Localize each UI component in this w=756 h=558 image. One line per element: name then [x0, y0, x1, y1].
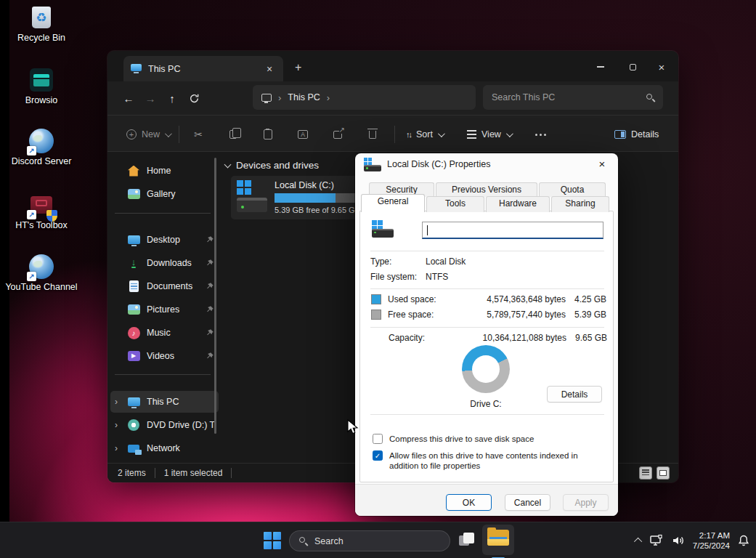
chevron-down-icon [165, 130, 172, 137]
pin-icon [206, 282, 214, 291]
general-tab-page: Type: Local Disk File system: NTFS Used … [359, 211, 614, 482]
checkbox-icon[interactable]: ✓ [373, 450, 383, 461]
notifications-bell-icon[interactable] [737, 534, 750, 547]
maximize-button[interactable] [622, 58, 643, 76]
tab-quota[interactable]: Quota [539, 182, 606, 197]
refresh-icon[interactable] [183, 93, 205, 104]
up-icon[interactable]: ↑ [161, 92, 183, 105]
details-pane-button[interactable]: Details [609, 124, 664, 145]
rename-button[interactable]: A [291, 124, 314, 145]
pin-icon [206, 352, 214, 360]
ellipsis-icon [535, 134, 546, 136]
delete-button[interactable] [361, 124, 384, 145]
sidebar-item-videos[interactable]: ▶ Videos [110, 345, 219, 367]
network-icon [127, 442, 140, 455]
start-button[interactable] [263, 531, 282, 550]
tab-close-icon[interactable]: × [263, 63, 276, 75]
index-contents-checkbox[interactable]: ✓ Allow files on this drive to have cont… [373, 450, 609, 471]
breadcrumb[interactable]: › This PC › [253, 85, 476, 110]
this-pc-icon [131, 64, 142, 73]
browser-app-icon [28, 67, 54, 93]
more-options-button[interactable] [529, 124, 552, 145]
tab-this-pc[interactable]: This PC × [123, 56, 283, 81]
details-button[interactable]: Details [547, 386, 602, 403]
sidebar-item-home[interactable]: Home [110, 160, 219, 182]
search-icon [646, 94, 654, 102]
minimize-button[interactable] [590, 58, 611, 76]
taskbar-clock[interactable]: 2:17 AM 7/25/2024 [693, 530, 730, 551]
expand-chevron-icon[interactable]: › [115, 397, 121, 407]
tray-overflow-chevron-icon[interactable] [634, 538, 642, 546]
expand-chevron-icon[interactable]: › [115, 443, 121, 453]
taskbar-search[interactable]: Search [289, 530, 450, 551]
desktop-icon-hts-toolbox[interactable]: ↗ HT's Toolbox [3, 192, 80, 230]
compress-checkbox[interactable]: Compress this drive to save disk space [373, 434, 534, 444]
desktop-icon-browsio[interactable]: Browsio [3, 67, 80, 105]
group-header-devices-and-drives[interactable]: Devices and drives [225, 160, 319, 171]
sidebar-item-desktop[interactable]: Desktop [110, 229, 219, 251]
new-button[interactable]: + New [121, 124, 176, 145]
share-icon: ↗ [333, 131, 342, 139]
collapse-chevron-icon[interactable] [224, 161, 232, 168]
forward-icon[interactable]: → [139, 92, 161, 105]
downloads-icon: ↓ [127, 256, 140, 270]
copy-button[interactable] [221, 124, 245, 145]
sidebar-item-dvd-drive[interactable]: › DVD Drive (D:) T [110, 414, 219, 436]
ok-button[interactable]: OK [446, 494, 492, 511]
close-button[interactable]: × [651, 58, 672, 76]
desktop-icon-discord-server[interactable]: ↗ Discord Server [3, 128, 80, 166]
taskbar-file-explorer-button[interactable] [482, 525, 514, 555]
sidebar-item-gallery[interactable]: Gallery [110, 183, 219, 205]
computer-icon [261, 94, 272, 102]
cut-button[interactable]: ✂ [187, 124, 210, 145]
apply-button[interactable]: Apply [563, 494, 609, 511]
sort-arrows-icon: ↑↓ [406, 130, 411, 139]
expand-chevron-icon[interactable]: › [115, 420, 121, 430]
task-view-button[interactable] [458, 532, 476, 549]
scissors-icon: ✂ [194, 129, 203, 140]
back-icon[interactable]: ← [118, 92, 139, 105]
sort-button[interactable]: ↑↓ Sort [400, 124, 449, 145]
dialog-close-icon[interactable]: × [593, 156, 611, 172]
tab-previous-versions[interactable]: Previous Versions [436, 182, 537, 197]
sidebar-item-music[interactable]: ♪ Music [110, 322, 219, 344]
desktop-icon-recycle-bin[interactable]: ♻ Recycle Bin [3, 4, 80, 43]
sidebar-item-downloads[interactable]: ↓ Downloads [110, 252, 219, 274]
new-tab-button[interactable]: + [295, 61, 301, 74]
tab-row-front: General Tools Hardware Sharing [355, 196, 618, 212]
chevron-down-icon [506, 130, 513, 137]
search-input[interactable]: Search This PC [483, 85, 663, 110]
view-button[interactable]: View [461, 124, 517, 145]
chevron-down-icon [438, 130, 445, 137]
tab-general[interactable]: General [361, 194, 425, 212]
desktop-icon-youtube-channel[interactable]: ↗ YouTube Channel [3, 254, 80, 292]
capacity-row: Capacity: 10,364,121,088 bytes 9.65 GB [389, 333, 607, 343]
sidebar-item-this-pc[interactable]: › This PC [110, 391, 219, 413]
sidebar-item-pictures[interactable]: Pictures [110, 299, 219, 320]
clock-time: 2:17 AM [693, 530, 730, 541]
this-pc-icon [127, 395, 140, 408]
drive-c-label: Drive C: [450, 399, 522, 409]
type-row: Type: Local Disk [370, 256, 466, 267]
network-icon[interactable] [649, 534, 664, 547]
share-button[interactable]: ↗ [326, 124, 349, 145]
volume-icon[interactable] [671, 534, 686, 547]
videos-icon: ▶ [127, 349, 140, 363]
cancel-button[interactable]: Cancel [505, 494, 550, 511]
tab-tools[interactable]: Tools [426, 196, 484, 212]
sidebar-scrollbar[interactable] [214, 158, 216, 434]
sidebar-item-documents[interactable]: Documents [110, 275, 219, 297]
sidebar-item-network[interactable]: › Network [110, 437, 219, 459]
details-view-toggle[interactable] [639, 466, 652, 480]
volume-label-input[interactable] [422, 222, 603, 239]
view-list-icon [467, 130, 476, 139]
breadcrumb-this-pc[interactable]: This PC [288, 92, 320, 102]
paste-icon [264, 129, 272, 140]
desktop: ♻ Recycle Bin Browsio ↗ Discord Server ↗… [0, 0, 756, 558]
tab-hardware[interactable]: Hardware [486, 196, 550, 212]
paste-button[interactable] [256, 124, 280, 145]
tab-sharing[interactable]: Sharing [551, 196, 609, 212]
checkbox-icon[interactable] [373, 434, 383, 444]
large-icons-view-toggle[interactable] [657, 466, 670, 480]
dvd-drive-icon [127, 418, 140, 432]
